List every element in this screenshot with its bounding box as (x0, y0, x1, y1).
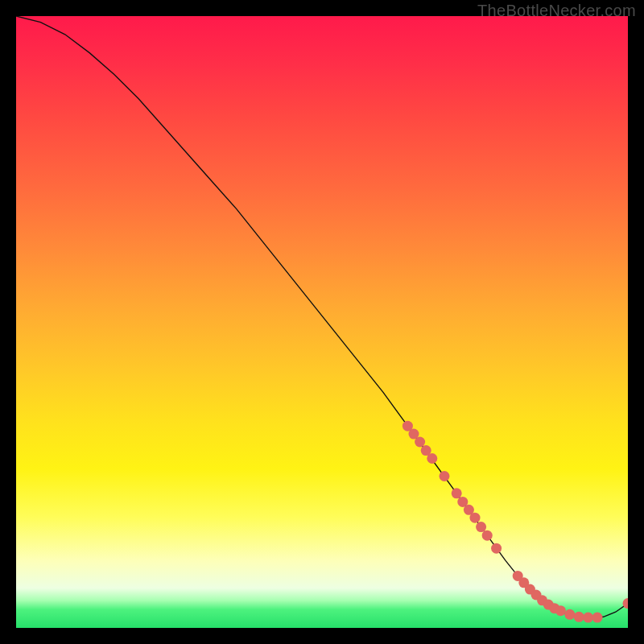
data-point (555, 605, 566, 616)
data-point (476, 522, 486, 532)
attribution-text: TheBottleNecker.com (477, 2, 636, 20)
data-point (491, 543, 502, 554)
data-point (452, 488, 462, 498)
data-point (564, 609, 575, 620)
data-point (574, 612, 584, 622)
data-point (415, 437, 425, 448)
data-point (440, 471, 450, 481)
data-point (592, 613, 603, 623)
data-marker-layer (402, 421, 628, 623)
data-point (470, 513, 481, 523)
plot-area (16, 16, 628, 628)
data-point (482, 530, 493, 541)
data-point (583, 613, 593, 623)
data-point (427, 453, 437, 464)
bottleneck-curve (16, 16, 628, 628)
chart-stage: TheBottleNecker.com (0, 0, 644, 644)
